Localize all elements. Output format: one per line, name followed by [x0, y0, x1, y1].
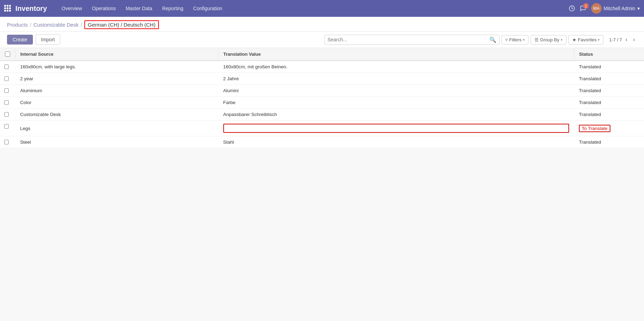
filters-label: Filters — [509, 37, 522, 42]
app-grid-icon[interactable] — [4, 5, 11, 12]
menu-item-master-data[interactable]: Master Data — [121, 4, 156, 13]
menu-item-overview[interactable]: Overview — [57, 4, 86, 13]
menu-item-reporting[interactable]: Reporting — [158, 4, 188, 13]
row-status: To Translate — [574, 121, 644, 136]
row-checkbox[interactable] — [4, 100, 9, 105]
table-row: AluminiumAluminiTranslated — [0, 85, 644, 97]
row-checkbox-cell — [0, 61, 13, 73]
row-checkbox-cell — [0, 109, 13, 120]
row-source[interactable]: Customizable Desk — [15, 109, 218, 121]
row-checkbox[interactable] — [4, 139, 9, 145]
select-all-checkbox[interactable] — [5, 52, 10, 57]
row-checkbox[interactable] — [4, 64, 9, 69]
row-translation[interactable]: Anpassbarer Schreibtisch — [218, 109, 574, 121]
top-navigation: Inventory Overview Operations Master Dat… — [0, 0, 644, 17]
col-translation-value[interactable]: Translation Value — [218, 48, 574, 61]
row-translation[interactable]: 160x80cm, mit großen Beinen. — [218, 61, 574, 73]
favorites-button[interactable]: ★ Favorites ▾ — [568, 35, 603, 45]
row-status: Translated — [574, 85, 644, 97]
row-status: Translated — [574, 73, 644, 85]
breadcrumb-products[interactable]: Products — [7, 22, 28, 28]
table-row: LegsTo Translate — [0, 121, 644, 136]
breadcrumb-sep-2: / — [81, 22, 82, 28]
toolbar-right: 🔍 ▿ Filters ▾ ☰ Group By ▾ ★ Favorites ▾… — [324, 35, 637, 45]
group-by-button[interactable]: ☰ Group By ▾ — [531, 35, 566, 45]
table-header-row: Internal Source Translation Value Status — [0, 48, 644, 61]
breadcrumb-sep-1: / — [30, 22, 31, 28]
row-checkbox-cell — [0, 136, 13, 148]
group-by-label: Group By — [540, 37, 559, 42]
row-checkbox[interactable] — [4, 76, 9, 81]
pagination: 1-7 / 7 ‹ › — [609, 35, 637, 44]
table-row: SteelStahlTranslated — [0, 136, 644, 148]
menu-item-configuration[interactable]: Configuration — [189, 4, 226, 13]
table-row: 2 year2 JahreTranslated — [0, 73, 644, 85]
filters-button[interactable]: ▿ Filters ▾ — [502, 35, 528, 45]
pagination-text: 1-7 / 7 — [609, 37, 622, 42]
favorites-caret: ▾ — [598, 38, 600, 42]
row-checkbox-cell — [0, 97, 13, 108]
row-source[interactable]: 2 year — [15, 73, 218, 85]
user-menu[interactable]: MA Mitchell Admin ▾ — [591, 3, 640, 14]
breadcrumb: Products / Customizable Desk / German (C… — [0, 17, 644, 32]
create-button[interactable]: Create — [7, 35, 33, 45]
main-menu: Overview Operations Master Data Reportin… — [57, 4, 569, 13]
messages-icon[interactable]: 1 — [580, 5, 586, 12]
translation-empty-input[interactable] — [223, 124, 569, 133]
group-by-icon: ☰ — [534, 37, 539, 42]
row-translation[interactable]: Stahl — [218, 136, 574, 148]
table-row: Customizable DeskAnpassbarer Schreibtisc… — [0, 109, 644, 121]
row-translation[interactable] — [218, 121, 574, 136]
avatar-initials: MA — [593, 6, 600, 11]
favorites-label: Favorites — [578, 37, 596, 42]
status-badge: To Translate — [579, 125, 610, 132]
row-source[interactable]: Aluminium — [15, 85, 218, 97]
pagination-next[interactable]: › — [631, 35, 637, 44]
search-input[interactable] — [328, 37, 488, 42]
translations-table: Internal Source Translation Value Status… — [0, 48, 644, 148]
col-internal-source[interactable]: Internal Source — [15, 48, 218, 61]
row-source[interactable]: Legs — [15, 121, 218, 136]
user-menu-caret: ▾ — [637, 6, 640, 11]
breadcrumb-current: German (CH) / Deutsch (CH) — [84, 20, 159, 29]
menu-item-operations[interactable]: Operations — [88, 4, 120, 13]
row-translation[interactable]: Alumini — [218, 85, 574, 97]
row-status: Translated — [574, 136, 644, 148]
row-checkbox[interactable] — [4, 124, 9, 129]
row-checkbox[interactable] — [4, 112, 9, 117]
row-checkbox-cell — [0, 85, 13, 96]
avatar: MA — [591, 3, 602, 14]
app-title[interactable]: Inventory — [15, 5, 47, 13]
topnav-right-actions: 1 MA Mitchell Admin ▾ — [569, 3, 640, 14]
search-box: 🔍 — [324, 35, 499, 45]
select-all-header[interactable] — [0, 48, 15, 61]
col-status[interactable]: Status — [574, 48, 644, 61]
toolbar: Create Import 🔍 ▿ Filters ▾ ☰ Group By ▾… — [0, 32, 644, 48]
row-status: Translated — [574, 97, 644, 109]
row-status: Translated — [574, 109, 644, 121]
row-checkbox-cell — [0, 73, 13, 84]
row-source[interactable]: Color — [15, 97, 218, 109]
message-badge: 1 — [583, 3, 589, 9]
user-name: Mitchell Admin — [604, 6, 635, 11]
table-row: ColorFarbeTranslated — [0, 97, 644, 109]
filter-icon: ▿ — [505, 37, 508, 42]
search-icon[interactable]: 🔍 — [489, 36, 496, 43]
activity-icon[interactable] — [569, 5, 575, 12]
row-translation[interactable]: Farbe — [218, 97, 574, 109]
row-checkbox[interactable] — [4, 88, 9, 93]
import-button[interactable]: Import — [36, 34, 60, 45]
table-row: 160x80cm, with large legs.160x80cm, mit … — [0, 61, 644, 73]
row-source[interactable]: 160x80cm, with large legs. — [15, 61, 218, 73]
group-by-caret: ▾ — [561, 38, 562, 42]
row-source[interactable]: Steel — [15, 136, 218, 148]
row-translation[interactable]: 2 Jahre — [218, 73, 574, 85]
star-icon: ★ — [572, 37, 576, 42]
filters-caret: ▾ — [523, 38, 525, 42]
pagination-prev[interactable]: ‹ — [623, 35, 629, 44]
breadcrumb-customizable-desk[interactable]: Customizable Desk — [33, 22, 78, 28]
row-status: Translated — [574, 61, 644, 73]
row-checkbox-cell — [0, 121, 13, 132]
